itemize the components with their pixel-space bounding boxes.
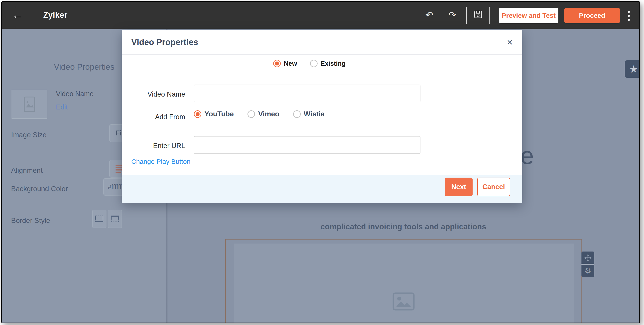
radio-vimeo[interactable]: Vimeo bbox=[248, 110, 279, 118]
border-style-top-button[interactable] bbox=[108, 210, 122, 228]
radio-vimeo-label: Vimeo bbox=[258, 110, 279, 118]
source-radio-group: YouTube Vimeo Wistia bbox=[194, 110, 325, 118]
star-icon: ★ bbox=[629, 64, 638, 74]
video-thumbnail-icon bbox=[24, 96, 36, 112]
toolbar-separator bbox=[490, 7, 490, 24]
proceed-button[interactable]: Proceed bbox=[564, 8, 620, 23]
close-button[interactable]: ✕ bbox=[507, 38, 513, 47]
radio-wistia-label: Wistia bbox=[304, 110, 325, 118]
video-properties-dialog: Video Properties ✕ New Existing Video Na… bbox=[122, 30, 522, 203]
top-bar: ← Zylker ↶ ↷ Preview and Test Proceed bbox=[2, 2, 639, 29]
dialog-header: Video Properties ✕ bbox=[122, 30, 522, 55]
save-icon bbox=[473, 10, 483, 19]
border-bottom-icon bbox=[95, 216, 103, 222]
kebab-dot bbox=[628, 19, 630, 21]
radio-selected-icon bbox=[194, 110, 201, 118]
radio-existing[interactable]: Existing bbox=[310, 60, 346, 67]
preview-and-test-button[interactable]: Preview and Test bbox=[499, 8, 558, 23]
undo-icon: ↶ bbox=[425, 10, 433, 20]
redo-button[interactable]: ↷ bbox=[446, 9, 459, 22]
redo-icon: ↷ bbox=[448, 10, 456, 20]
canvas-paragraph-fragment: complicated invoicing tools and applicat… bbox=[279, 222, 528, 231]
move-handle[interactable] bbox=[582, 251, 594, 264]
alignment-label: Alignment bbox=[11, 166, 42, 174]
enter-url-label: Enter URL bbox=[122, 142, 185, 150]
background-color-value: #ffffff bbox=[108, 183, 122, 191]
edit-link[interactable]: Edit bbox=[56, 103, 68, 111]
toolbar-separator bbox=[466, 7, 467, 24]
border-style-label: Border Style bbox=[11, 216, 50, 225]
radio-unselected-icon bbox=[293, 110, 301, 118]
radio-youtube[interactable]: YouTube bbox=[194, 110, 234, 118]
video-placeholder-block[interactable] bbox=[225, 239, 582, 323]
mode-radio-group: New Existing bbox=[273, 60, 346, 67]
radio-new[interactable]: New bbox=[273, 60, 297, 67]
save-button[interactable] bbox=[472, 10, 484, 23]
image-size-label: Image Size bbox=[11, 131, 46, 139]
block-floating-toolbar: ⚙ bbox=[582, 251, 594, 277]
radio-selected-icon bbox=[273, 60, 281, 67]
move-icon bbox=[584, 253, 592, 262]
sidebar-video-name-label: Video Name bbox=[56, 90, 94, 98]
cancel-button[interactable]: Cancel bbox=[477, 178, 510, 196]
campaign-title: Zylker bbox=[43, 11, 68, 20]
change-play-button-link[interactable]: Change Play Button bbox=[131, 158, 190, 165]
video-name-label: Video Name bbox=[122, 90, 185, 98]
next-button[interactable]: Next bbox=[445, 178, 472, 196]
radio-existing-label: Existing bbox=[321, 60, 346, 67]
kebab-dot bbox=[628, 11, 630, 13]
video-name-input[interactable] bbox=[194, 85, 420, 102]
border-style-bottom-button[interactable] bbox=[92, 210, 106, 228]
video-thumbnail bbox=[12, 90, 47, 119]
border-top-icon bbox=[111, 216, 119, 222]
close-icon: ✕ bbox=[507, 38, 513, 47]
favorite-button[interactable]: ★ bbox=[625, 60, 640, 78]
back-arrow-icon: ← bbox=[12, 9, 23, 21]
undo-button[interactable]: ↶ bbox=[423, 9, 436, 22]
image-placeholder-icon bbox=[392, 292, 415, 311]
back-button[interactable]: ← bbox=[12, 9, 26, 22]
background-color-label: Background Color bbox=[11, 185, 68, 193]
radio-unselected-icon bbox=[248, 110, 255, 118]
radio-new-label: New bbox=[284, 60, 297, 67]
radio-wistia[interactable]: Wistia bbox=[293, 110, 325, 118]
more-options-button[interactable] bbox=[624, 10, 634, 22]
radio-unselected-icon bbox=[310, 60, 318, 67]
add-from-label: Add From bbox=[122, 113, 185, 121]
block-settings-button[interactable]: ⚙ bbox=[582, 265, 594, 277]
radio-youtube-label: YouTube bbox=[204, 110, 234, 118]
dialog-title: Video Properties bbox=[131, 38, 198, 47]
app-window: Video Properties Video Name Edit Image S… bbox=[1, 1, 640, 323]
gear-icon: ⚙ bbox=[584, 267, 591, 275]
enter-url-input[interactable] bbox=[194, 136, 420, 154]
kebab-dot bbox=[628, 15, 630, 17]
dialog-footer: Next Cancel bbox=[122, 175, 522, 203]
